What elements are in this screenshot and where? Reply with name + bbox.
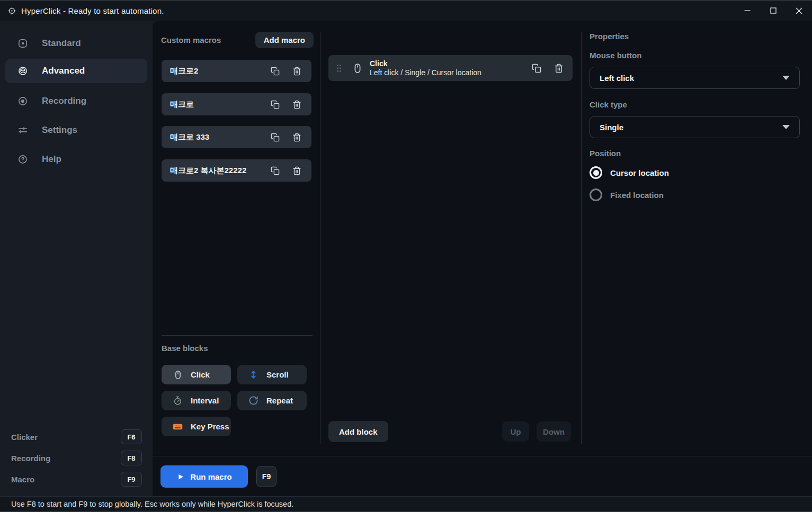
- macro-list-item[interactable]: 매크로 333: [162, 126, 311, 148]
- base-block-click-button[interactable]: Click: [162, 365, 231, 384]
- mouse-button-label: Mouse button: [590, 51, 641, 60]
- base-blocks-title: Base blocks: [162, 344, 208, 353]
- delete-macro-button[interactable]: [290, 164, 303, 177]
- duplicate-macro-button[interactable]: [269, 164, 281, 177]
- hotkey-keycap-f6[interactable]: F6: [121, 429, 142, 444]
- duplicate-macro-button[interactable]: [269, 65, 281, 77]
- chevron-down-icon: [782, 125, 790, 129]
- sidebar-item-settings[interactable]: Settings: [5, 118, 147, 142]
- sidebar-item-label: Standard: [42, 38, 81, 49]
- macro-name: 매크로2: [170, 66, 269, 76]
- hotkey-row-clicker: Clicker F6: [11, 429, 142, 445]
- status-bar: Use F8 to start and F9 to stop globally.…: [0, 496, 812, 512]
- mouse-icon: [172, 369, 183, 380]
- sequence-block-click[interactable]: Click Left click / Single / Cursor locat…: [328, 55, 573, 81]
- hotkey-row-recording: Recording F8: [11, 450, 142, 466]
- base-block-scroll-button[interactable]: Scroll: [237, 365, 307, 384]
- base-block-keypress-button[interactable]: Key Press: [162, 417, 231, 436]
- hotkey-label: Recording: [11, 454, 50, 463]
- radio-icon: [590, 166, 602, 179]
- base-block-label: Repeat: [266, 396, 293, 405]
- titlebar: HyperClick - Ready to start automation.: [0, 1, 812, 21]
- radio-fixed-location[interactable]: Fixed location: [590, 188, 664, 202]
- macro-list-item[interactable]: 매크로: [162, 93, 311, 115]
- custom-macros-header: Custom macros Add macro: [161, 32, 314, 48]
- base-block-label: Interval: [191, 396, 219, 405]
- macro-list-item[interactable]: 매크로2 복사본22222: [162, 159, 311, 182]
- base-block-interval-button[interactable]: Interval: [162, 391, 231, 410]
- sidebar-item-label: Settings: [42, 125, 77, 136]
- radio-icon: [590, 188, 602, 201]
- sidebar: Standard Advanced Recording: [0, 21, 153, 497]
- macro-name: 매크로: [170, 100, 269, 110]
- main-panel: Custom macros Add macro 매크로2 매크로 매크로 333: [153, 21, 812, 497]
- macro-name: 매크로2 복사본22222: [170, 166, 269, 176]
- help-icon: [17, 154, 28, 165]
- base-block-repeat-button[interactable]: Repeat: [237, 391, 307, 410]
- delete-macro-button[interactable]: [290, 131, 303, 143]
- hotkey-label: Clicker: [11, 433, 38, 442]
- close-button[interactable]: [786, 1, 812, 21]
- minimize-button[interactable]: [734, 1, 760, 21]
- sidebar-item-label: Advanced: [42, 66, 85, 76]
- base-blocks-divider: [162, 335, 313, 336]
- block-title: Click: [370, 59, 530, 68]
- macro-name: 매크로 333: [170, 132, 269, 142]
- repeat-rotate-icon: [248, 395, 259, 406]
- base-block-label: Click: [191, 370, 210, 379]
- sidebar-item-recording[interactable]: Recording: [5, 89, 147, 113]
- app-crosshair-icon: [7, 6, 16, 15]
- recording-icon: [17, 96, 28, 106]
- window-title: HyperClick - Ready to start automation.: [21, 6, 164, 15]
- play-icon: [176, 473, 184, 481]
- sidebar-item-label: Recording: [42, 96, 86, 106]
- hotkey-row-macro: Macro F9: [11, 471, 142, 487]
- duplicate-macro-button[interactable]: [269, 131, 281, 143]
- move-up-button[interactable]: Up: [502, 421, 529, 442]
- properties-title: Properties: [590, 32, 629, 41]
- panel-divider-right: [581, 32, 582, 444]
- chevron-down-icon: [782, 76, 790, 80]
- maximize-button[interactable]: [760, 1, 786, 21]
- delete-block-button[interactable]: [552, 62, 565, 75]
- block-texts: Click Left click / Single / Cursor locat…: [370, 59, 530, 77]
- move-down-button[interactable]: Down: [537, 421, 571, 442]
- delete-macro-button[interactable]: [290, 65, 303, 77]
- sidebar-item-label: Help: [42, 154, 61, 165]
- add-macro-button[interactable]: Add macro: [255, 32, 314, 48]
- stopwatch-icon: [172, 395, 183, 406]
- duplicate-block-button[interactable]: [530, 62, 543, 75]
- sidebar-item-standard[interactable]: Standard: [5, 31, 147, 56]
- position-label: Position: [590, 149, 621, 158]
- click-type-select[interactable]: Single: [590, 116, 800, 138]
- advanced-icon: [17, 66, 28, 76]
- add-block-button[interactable]: Add block: [328, 421, 388, 442]
- mouse-button-value: Left click: [600, 74, 782, 83]
- sidebar-item-advanced[interactable]: Advanced: [5, 59, 147, 83]
- run-bar-divider: [153, 456, 812, 456]
- delete-macro-button[interactable]: [290, 98, 303, 111]
- radio-label: Cursor location: [610, 168, 669, 177]
- run-macro-button[interactable]: Run macro: [160, 465, 248, 488]
- scroll-arrows-icon: [248, 369, 259, 380]
- base-block-label: Key Press: [191, 422, 229, 431]
- mouse-button-select[interactable]: Left click: [590, 67, 800, 89]
- run-macro-label: Run macro: [190, 472, 231, 481]
- mouse-icon: [352, 62, 363, 74]
- custom-macros-title: Custom macros: [161, 35, 221, 44]
- sidebar-item-help[interactable]: Help: [5, 147, 147, 172]
- drag-handle-icon[interactable]: [336, 64, 342, 73]
- block-subtitle: Left click / Single / Cursor location: [370, 68, 530, 77]
- run-hotkey-keycap[interactable]: F9: [256, 466, 276, 487]
- radio-cursor-location[interactable]: Cursor location: [590, 166, 669, 179]
- macro-list-item[interactable]: 매크로2: [162, 60, 311, 82]
- click-type-value: Single: [600, 123, 782, 132]
- panel-divider-left: [320, 32, 320, 444]
- click-type-label: Click type: [590, 100, 627, 109]
- app-window: HyperClick - Ready to start automation. …: [0, 0, 812, 512]
- status-text: Use F8 to start and F9 to stop globally.…: [11, 500, 293, 508]
- base-block-label: Scroll: [266, 370, 289, 379]
- duplicate-macro-button[interactable]: [269, 98, 281, 111]
- hotkey-keycap-f8[interactable]: F8: [121, 451, 142, 465]
- hotkey-keycap-f9[interactable]: F9: [121, 472, 142, 487]
